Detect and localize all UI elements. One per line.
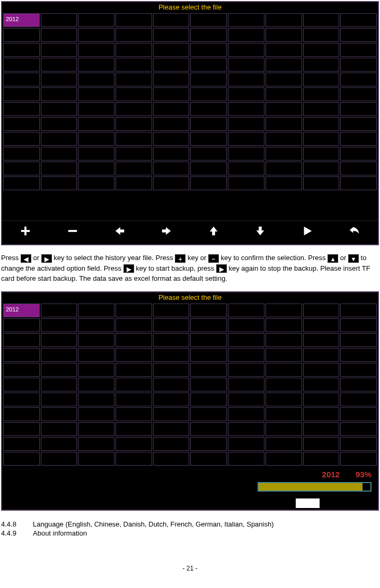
file-cell[interactable] — [190, 162, 227, 175]
file-cell[interactable] — [153, 452, 190, 466]
file-cell[interactable] — [228, 422, 264, 436]
file-cell[interactable] — [116, 147, 152, 161]
file-cell[interactable] — [153, 132, 190, 146]
file-cell[interactable] — [153, 393, 190, 406]
file-cell[interactable] — [266, 176, 302, 190]
file-cell[interactable] — [228, 378, 264, 391]
minus-icon[interactable] — [67, 225, 78, 240]
file-cell[interactable] — [41, 407, 77, 421]
file-cell[interactable] — [3, 348, 40, 362]
file-cell[interactable] — [3, 28, 40, 42]
file-cell[interactable] — [266, 318, 302, 332]
file-cell[interactable] — [266, 348, 302, 362]
file-cell[interactable] — [190, 28, 227, 42]
file-cell[interactable] — [116, 162, 152, 175]
file-cell[interactable] — [116, 407, 152, 421]
file-cell[interactable] — [266, 58, 302, 72]
file-cell[interactable] — [41, 176, 77, 190]
file-cell[interactable] — [266, 102, 302, 116]
file-cell[interactable] — [340, 13, 377, 27]
file-cell[interactable] — [340, 147, 377, 161]
file-cell[interactable] — [303, 363, 340, 377]
file-cell[interactable] — [78, 348, 114, 362]
file-cell[interactable] — [41, 304, 77, 317]
file-cell[interactable] — [266, 73, 302, 86]
file-cell[interactable] — [228, 147, 264, 161]
file-cell[interactable] — [41, 378, 77, 391]
file-cell[interactable] — [340, 132, 377, 146]
file-cell[interactable] — [303, 73, 340, 86]
file-cell[interactable] — [340, 393, 377, 406]
file-cell[interactable] — [228, 43, 264, 57]
file-cell[interactable] — [190, 132, 227, 146]
file-cell[interactable] — [116, 176, 152, 190]
file-cell[interactable] — [228, 437, 264, 451]
file-cell[interactable] — [78, 363, 114, 377]
file-cell[interactable] — [116, 102, 152, 116]
file-cell[interactable] — [116, 13, 152, 27]
file-cell[interactable] — [228, 58, 264, 72]
file-cell[interactable] — [116, 422, 152, 436]
file-cell[interactable] — [78, 132, 114, 146]
file-cell[interactable] — [190, 378, 227, 391]
file-cell[interactable] — [266, 147, 302, 161]
file-cell[interactable] — [3, 87, 40, 101]
file-cell[interactable] — [190, 407, 227, 421]
file-cell[interactable] — [3, 393, 40, 406]
file-cell[interactable] — [303, 162, 340, 175]
file-cell[interactable] — [78, 333, 114, 347]
file-cell[interactable] — [303, 87, 340, 101]
file-cell[interactable] — [303, 378, 340, 391]
file-cell[interactable] — [266, 304, 302, 317]
file-cell[interactable] — [303, 13, 340, 27]
file-cell[interactable] — [78, 58, 114, 72]
file-cell[interactable] — [266, 333, 302, 347]
file-cell[interactable] — [153, 437, 190, 451]
file-cell[interactable] — [303, 333, 340, 347]
file-cell[interactable] — [78, 393, 114, 406]
file-cell[interactable] — [41, 318, 77, 332]
file-cell-selected[interactable]: 2012 — [3, 304, 40, 317]
file-cell[interactable] — [190, 43, 227, 57]
file-cell[interactable] — [3, 117, 40, 131]
file-cell[interactable] — [303, 176, 340, 190]
file-cell[interactable] — [78, 73, 114, 86]
file-cell[interactable] — [116, 43, 152, 57]
file-cell[interactable] — [78, 407, 114, 421]
file-cell[interactable] — [340, 117, 377, 131]
file-cell[interactable] — [3, 58, 40, 72]
arrow-right-icon[interactable] — [161, 225, 172, 240]
file-cell[interactable] — [41, 333, 77, 347]
file-cell[interactable] — [266, 422, 302, 436]
arrow-up-icon[interactable] — [208, 225, 219, 240]
file-cell[interactable] — [303, 393, 340, 406]
file-cell[interactable] — [78, 378, 114, 391]
file-cell[interactable] — [190, 117, 227, 131]
file-cell[interactable] — [116, 87, 152, 101]
file-cell[interactable] — [153, 176, 190, 190]
file-cell[interactable] — [303, 132, 340, 146]
file-cell[interactable] — [340, 162, 377, 175]
file-cell[interactable] — [340, 102, 377, 116]
file-cell[interactable] — [190, 102, 227, 116]
file-cell[interactable] — [190, 318, 227, 332]
file-cell[interactable] — [340, 348, 377, 362]
file-cell[interactable] — [228, 132, 264, 146]
file-cell[interactable] — [153, 422, 190, 436]
file-cell[interactable] — [153, 304, 190, 317]
file-cell[interactable] — [228, 333, 264, 347]
file-cell[interactable] — [116, 132, 152, 146]
file-cell-selected[interactable]: 2012 — [3, 13, 40, 27]
file-cell[interactable] — [41, 147, 77, 161]
file-cell[interactable] — [340, 407, 377, 421]
file-cell[interactable] — [266, 452, 302, 466]
file-cell[interactable] — [41, 162, 77, 175]
file-cell[interactable] — [303, 407, 340, 421]
file-cell[interactable] — [266, 28, 302, 42]
file-cell[interactable] — [266, 87, 302, 101]
file-cell[interactable] — [153, 73, 190, 86]
file-cell[interactable] — [153, 147, 190, 161]
file-cell[interactable] — [41, 43, 77, 57]
file-cell[interactable] — [116, 452, 152, 466]
file-cell[interactable] — [340, 422, 377, 436]
